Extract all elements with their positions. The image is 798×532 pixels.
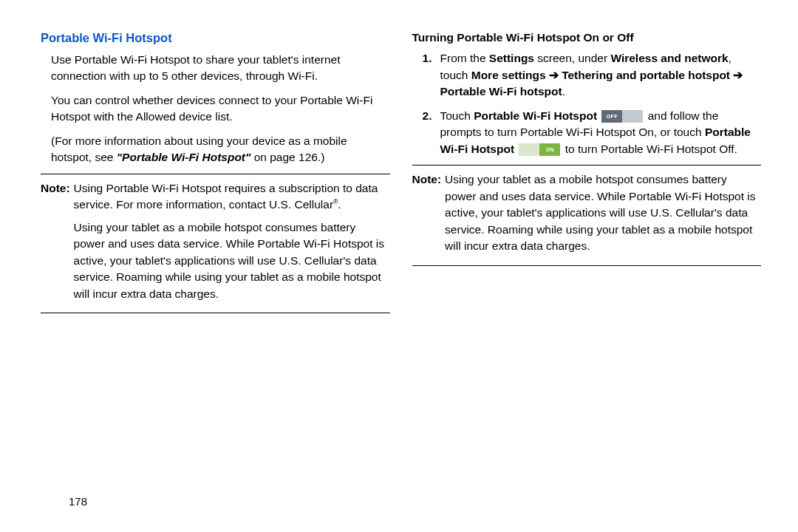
note-paragraph: Using Portable Wi-Fi Hotspot requires a … bbox=[74, 180, 390, 214]
note-paragraph: Using your tablet as a mobile hotspot co… bbox=[74, 219, 390, 302]
text: Using Portable Wi-Fi Hotspot requires a … bbox=[74, 182, 378, 211]
bold-text: Wireless and network bbox=[610, 52, 728, 64]
step-item: From the Settings screen, under Wireless… bbox=[423, 50, 762, 100]
toggle-off-label: OFF bbox=[601, 110, 622, 123]
steps-list: From the Settings screen, under Wireless… bbox=[423, 50, 762, 157]
divider bbox=[41, 313, 390, 313]
divider bbox=[412, 265, 762, 266]
page-number: 178 bbox=[41, 494, 761, 510]
divider bbox=[41, 174, 390, 174]
note-paragraph: Using your tablet as a mobile hotspot co… bbox=[445, 171, 761, 254]
bold-text: Portable Wi-Fi hotspot bbox=[440, 85, 562, 98]
note-block: Note: Using Portable Wi-Fi Hotspot requi… bbox=[41, 180, 390, 308]
note-block: Note: Using your tablet as a mobile hots… bbox=[412, 171, 762, 260]
text: . bbox=[338, 198, 341, 211]
text: . bbox=[562, 85, 565, 98]
arrow-icon: ➔ bbox=[546, 69, 562, 81]
text: screen, under bbox=[534, 52, 610, 64]
text: Touch bbox=[440, 109, 474, 122]
text: on page 126.) bbox=[250, 151, 324, 163]
toggle-on-icon: ON bbox=[519, 143, 560, 156]
text: From the bbox=[440, 52, 489, 64]
paragraph: You can control whether devices connect … bbox=[51, 92, 390, 126]
bold-text: Settings bbox=[489, 52, 534, 64]
arrow-icon: ➔ bbox=[730, 69, 743, 81]
toggle-off-icon: OFF bbox=[601, 110, 643, 123]
left-column: Portable Wi-Fi Hotspot Use Portable Wi-F… bbox=[41, 30, 390, 494]
text: to turn Portable Wi-Fi Hotspot Off. bbox=[565, 143, 737, 155]
step-item: Touch Portable Wi-Fi Hotspot OFF and fol… bbox=[423, 108, 762, 157]
cross-reference: "Portable Wi-Fi Hotspot" bbox=[117, 151, 251, 163]
toggle-track bbox=[519, 143, 539, 156]
note-body: Using Portable Wi-Fi Hotspot requires a … bbox=[74, 180, 390, 308]
note-label: Note: bbox=[41, 180, 70, 308]
toggle-on-label: ON bbox=[539, 143, 560, 156]
page-columns: Portable Wi-Fi Hotspot Use Portable Wi-F… bbox=[41, 30, 761, 494]
divider bbox=[412, 165, 762, 166]
note-label: Note: bbox=[412, 171, 442, 260]
bold-text: Portable Wi-Fi Hotspot bbox=[474, 109, 597, 122]
right-column: Turning Portable Wi-Fi Hotspot On or Off… bbox=[412, 30, 762, 494]
section-title: Portable Wi-Fi Hotspot bbox=[41, 30, 390, 47]
bold-text: More settings bbox=[471, 69, 546, 81]
subheading: Turning Portable Wi-Fi Hotspot On or Off bbox=[412, 30, 762, 46]
bold-text: Tethering and portable hotspot bbox=[562, 69, 730, 81]
paragraph: Use Portable Wi-Fi Hotspot to share your… bbox=[51, 52, 390, 85]
note-body: Using your tablet as a mobile hotspot co… bbox=[445, 171, 761, 260]
paragraph: (For more information about using your d… bbox=[51, 133, 390, 166]
toggle-track bbox=[622, 110, 643, 123]
